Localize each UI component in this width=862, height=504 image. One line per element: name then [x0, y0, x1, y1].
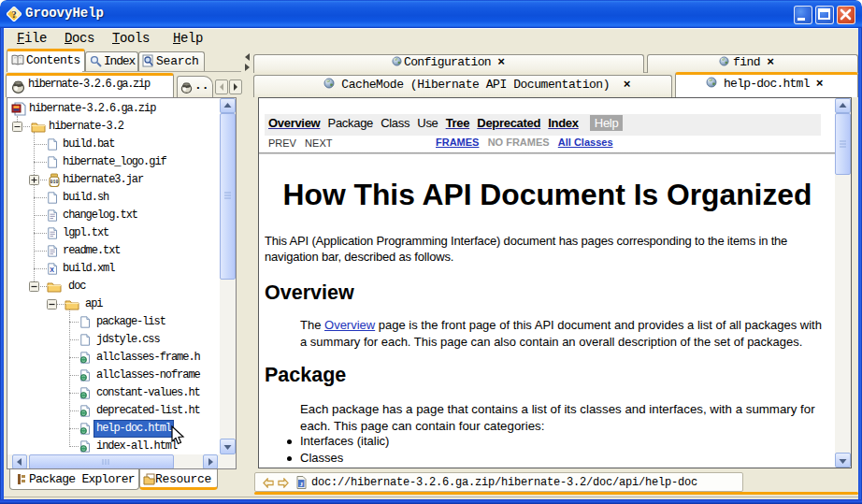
svg-text:?: ? — [11, 9, 16, 20]
svg-text:J: J — [299, 481, 303, 488]
